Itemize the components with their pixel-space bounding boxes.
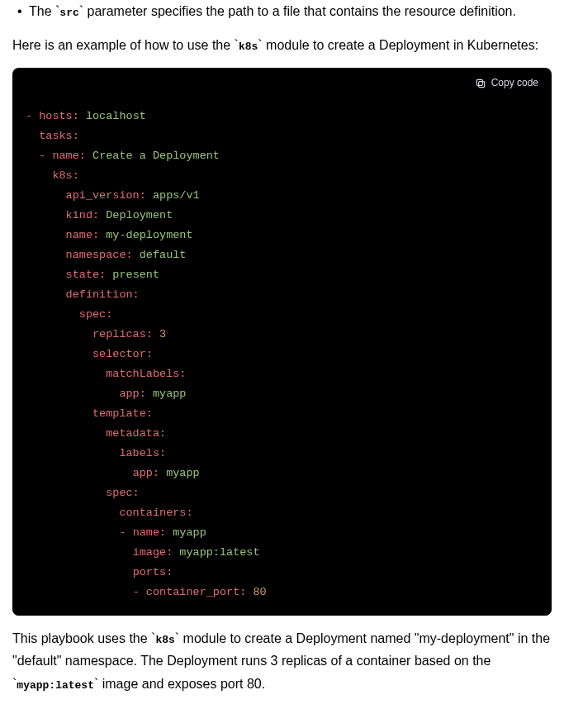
code-block-header: Copy code <box>12 68 552 98</box>
inline-code: src <box>59 7 78 19</box>
text: image and exposes port 80. <box>98 677 265 691</box>
inline-code: k8s <box>155 634 174 646</box>
text: This playbook uses the <box>12 631 151 645</box>
svg-rect-1 <box>476 79 482 85</box>
svg-rect-0 <box>478 81 484 87</box>
clipboard-icon[interactable] <box>475 78 486 89</box>
inline-code: myapp:latest <box>17 679 94 692</box>
outro-paragraph: This playbook uses the `k8s` module to c… <box>12 627 552 695</box>
bullet-text: The `src` parameter specifies the path t… <box>29 0 552 22</box>
inline-code: k8s <box>239 40 258 53</box>
text: module to create a Deployment in Kuberne… <box>263 38 538 52</box>
bullet-list: • The `src` parameter specifies the path… <box>12 0 552 22</box>
copy-code-button[interactable]: Copy code <box>491 74 538 91</box>
intro-paragraph: Here is an example of how to use the `k8… <box>12 34 552 56</box>
text: parameter specifies the path to a file t… <box>83 4 516 18</box>
text: The <box>29 4 55 18</box>
code-block: Copy code - hosts: localhost tasks: - na… <box>12 68 552 616</box>
code-body: - hosts: localhost tasks: - name: Create… <box>12 98 552 616</box>
list-item: • The `src` parameter specifies the path… <box>12 0 552 22</box>
text: Here is an example of how to use the <box>12 38 235 52</box>
bullet-dot: • <box>12 0 29 22</box>
